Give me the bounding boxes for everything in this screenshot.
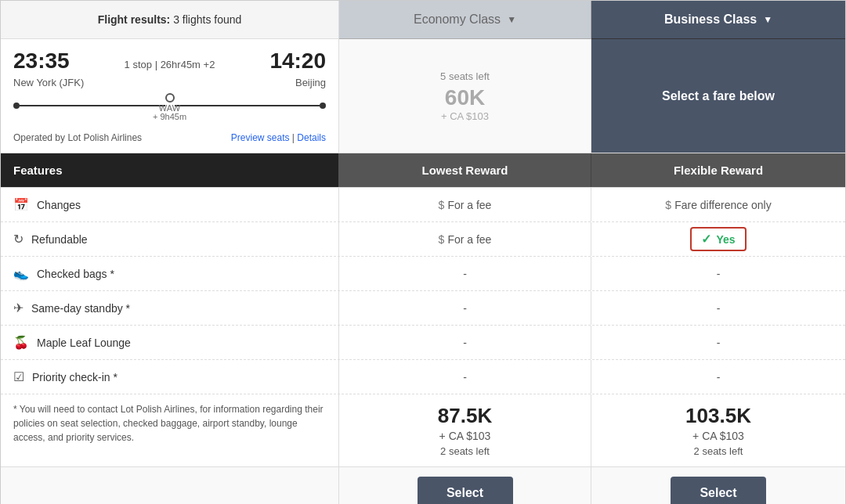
details-link[interactable]: Details	[297, 132, 326, 143]
yes-badge: ✓ Yes	[690, 227, 746, 251]
select-fare-text: Select a fare below	[662, 89, 775, 103]
economy-cad: + CA $103	[441, 110, 489, 122]
footnote-text: * You will need to contact Lot Polish Ai…	[13, 404, 324, 443]
changes-label: Changes	[37, 199, 81, 211]
flight-times: 23:35 1 stop | 26hr45m +2 14:20	[13, 49, 326, 74]
checked-bags-business-value: -	[591, 257, 845, 290]
refundable-business-text: Yes	[716, 233, 735, 246]
route-line: WAW + 9h45m	[13, 93, 326, 118]
flight-links: Preview seats | Details	[231, 132, 326, 143]
standby-business-value: -	[591, 291, 845, 325]
select-empty-cell	[1, 467, 339, 504]
refundable-icon: ↻	[13, 232, 24, 247]
dest-city: Beijing	[295, 77, 326, 88]
features-header: Features Lowest Reward Flexible Reward	[1, 153, 845, 188]
main-container: Flight results: 3 flights found Economy …	[0, 0, 846, 504]
feature-row-checked-bags: 👟 Checked bags * - -	[1, 257, 845, 291]
lounge-business-text: -	[717, 337, 721, 349]
dollar-icon-changes-eco: $	[439, 199, 445, 211]
economy-class-tab[interactable]: Economy Class ▼	[339, 1, 591, 39]
checkmark-icon: ✓	[701, 232, 711, 247]
business-price-points: 103.5K	[685, 404, 751, 428]
line-right	[175, 105, 320, 106]
flight-operated: Operated by Lot Polish Airlines Preview …	[13, 132, 326, 143]
lowest-reward-label: Lowest Reward	[421, 164, 508, 177]
checked-bags-label: Checked bags *	[37, 268, 114, 280]
origin-city: New York (JFK)	[13, 77, 84, 88]
lowest-reward-header: Lowest Reward	[339, 153, 591, 187]
route-start-dot	[13, 103, 20, 109]
footnote-pricing-row: * You will need to contact Lot Polish Ai…	[1, 394, 845, 467]
results-text: Flight results: 3 flights found	[98, 13, 242, 26]
checked-bags-business-text: -	[717, 268, 721, 280]
features-title: Features	[13, 164, 63, 177]
arrive-time: 14:20	[269, 49, 326, 74]
results-header: Flight results: 3 flights found	[1, 1, 339, 39]
refundable-label: Refundable	[31, 233, 88, 246]
changes-business-value: $ Fare difference only	[591, 188, 845, 221]
priority-business-text: -	[717, 371, 721, 383]
checked-bags-economy-value: -	[339, 257, 591, 290]
economy-price-cad: + CA $103	[439, 430, 491, 442]
flexible-reward-label: Flexible Reward	[674, 164, 763, 177]
operated-by: Operated by Lot Polish Airlines	[13, 132, 142, 143]
pricing-economy-cell: 87.5K + CA $103 2 seats left	[339, 394, 591, 466]
priority-label: Priority check-in *	[32, 371, 118, 383]
stopover-wrapper: WAW + 9h45m	[165, 93, 175, 118]
standby-economy-value: -	[339, 291, 591, 325]
pricing-business-cell: 103.5K + CA $103 2 seats left	[591, 394, 845, 466]
flight-row: 23:35 1 stop | 26hr45m +2 14:20 New York…	[1, 39, 845, 153]
business-class-label: Business Class	[664, 13, 757, 27]
standby-icon: ✈	[13, 301, 24, 315]
changes-icon: 📅	[13, 197, 29, 212]
economy-seats-left: 5 seats left	[440, 70, 490, 82]
changes-business-fee: $ Fare difference only	[665, 199, 771, 211]
feature-label-priority: ☑ Priority check-in *	[1, 360, 339, 394]
features-title-cell: Features	[1, 153, 339, 187]
feature-label-standby: ✈ Same-day standby *	[1, 291, 339, 325]
lounge-economy-value: -	[339, 326, 591, 359]
standby-business-text: -	[717, 302, 721, 315]
dollar-icon-refund-eco: $	[439, 233, 445, 246]
changes-business-text: Fare difference only	[674, 199, 771, 211]
refundable-economy-value: $ For a fee	[339, 222, 591, 256]
depart-time: 23:35	[13, 49, 70, 74]
footnote-cell: * You will need to contact Lot Polish Ai…	[1, 394, 339, 466]
business-class-tab[interactable]: Business Class ▼	[591, 1, 845, 39]
dollar-icon-changes-bus: $	[665, 199, 671, 211]
economy-price-seats: 2 seats left	[440, 445, 490, 457]
results-count: 3 flights found	[173, 13, 241, 26]
feature-row-changes: 📅 Changes $ For a fee $ Fare difference …	[1, 188, 845, 222]
flexible-reward-header: Flexible Reward	[591, 153, 845, 187]
refundable-economy-text: For a fee	[447, 233, 491, 246]
feature-label-checked-bags: 👟 Checked bags *	[1, 257, 339, 290]
economy-points: 60K	[445, 85, 485, 110]
feature-label-refundable: ↻ Refundable	[1, 222, 339, 256]
results-label: Flight results:	[98, 13, 171, 26]
changes-economy-text: For a fee	[447, 199, 491, 211]
preview-seats-link[interactable]: Preview seats	[231, 132, 290, 143]
standby-economy-text: -	[463, 302, 467, 315]
feature-row-standby: ✈ Same-day standby * - -	[1, 291, 845, 326]
changes-economy-value: $ For a fee	[339, 188, 591, 221]
feature-row-lounge: 🍒 Maple Leaf Lounge - -	[1, 326, 845, 360]
feature-row-refundable: ↻ Refundable $ For a fee ✓ Yes	[1, 222, 845, 257]
flight-info-cell: 23:35 1 stop | 26hr45m +2 14:20 New York…	[1, 39, 339, 153]
select-business-button[interactable]: Select	[671, 477, 766, 505]
business-price-cad: + CA $103	[692, 430, 744, 442]
economy-flight-cell: 5 seats left 60K + CA $103	[339, 39, 591, 153]
economy-class-label: Economy Class	[414, 13, 501, 27]
select-business-cell: Select	[591, 467, 845, 504]
select-economy-button[interactable]: Select	[418, 477, 513, 505]
checked-bags-economy-text: -	[463, 268, 467, 280]
economy-price-points: 87.5K	[438, 404, 492, 428]
stopover-circle	[165, 93, 175, 103]
lounge-icon: 🍒	[13, 335, 29, 350]
changes-economy-fee: $ For a fee	[439, 199, 492, 211]
refundable-business-value: ✓ Yes	[591, 222, 845, 256]
feature-label-changes: 📅 Changes	[1, 188, 339, 221]
priority-icon: ☑	[13, 369, 24, 384]
route-end-dot	[320, 103, 326, 109]
lounge-business-value: -	[591, 326, 845, 359]
business-price-seats: 2 seats left	[694, 445, 743, 457]
